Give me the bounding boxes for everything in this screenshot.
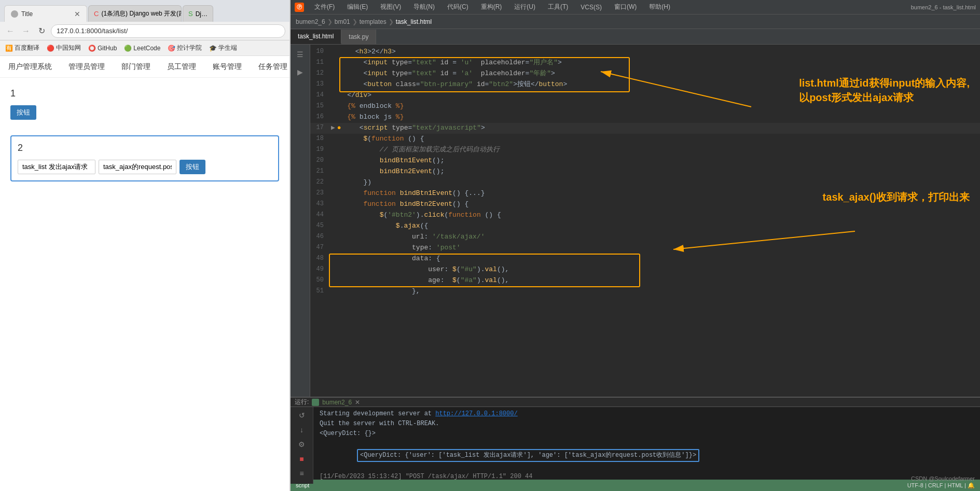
browser-nav: ← → ↻ xyxy=(0,22,289,40)
tab-django[interactable]: C (1条消息) Django web 开发(四… ✕ xyxy=(88,5,182,22)
tab-task-py[interactable]: task.py xyxy=(341,30,376,44)
tab-close-icon[interactable]: ✕ xyxy=(74,10,80,18)
section1-number: 1 xyxy=(10,88,279,99)
menu-help[interactable]: 帮助(H) xyxy=(647,2,672,12)
menu-tools[interactable]: 工具(T) xyxy=(546,2,570,12)
ide-tabs: task_list.html task.py xyxy=(291,29,980,45)
menu-vcs[interactable]: VCS(S) xyxy=(578,3,604,12)
code-line-23: 23 function bindBtn1Event() {...} xyxy=(310,188,980,199)
settings-icon[interactable]: ⚙ xyxy=(298,440,305,448)
list-icon[interactable]: ≡ xyxy=(299,469,303,478)
bookmark-cnki[interactable]: 🔴 中国知网 xyxy=(47,44,81,52)
menu-window[interactable]: 窗口(W) xyxy=(612,2,639,12)
bookmark-college-label: 控计学院 xyxy=(177,44,202,52)
expand-icon[interactable]: ▶ xyxy=(295,66,306,78)
download-icon[interactable]: ↓ xyxy=(300,426,303,434)
bookmark-translate[interactable]: 🈶 百度翻译 xyxy=(5,44,39,52)
menu-refactor[interactable]: 重构(R) xyxy=(479,2,504,12)
translate-icon: 🈶 xyxy=(5,45,12,52)
menu-run[interactable]: 运行(U) xyxy=(512,2,537,12)
code-line-43: 43 function bindBtn2Event() { xyxy=(310,199,980,210)
run-label-text: 运行: xyxy=(295,398,309,406)
refresh-icon[interactable]: ↺ xyxy=(299,411,305,419)
nav-employee-management[interactable]: 员工管理 xyxy=(159,56,204,78)
cnki-icon: 🔴 xyxy=(47,45,54,52)
bookmark-college[interactable]: 🎯 控计学院 xyxy=(168,44,202,52)
tab-label-py: task.py xyxy=(349,33,368,40)
bookmarks-bar: 🈶 百度翻译 🔴 中国知网 ⭕ GitHub 🟢 LeetCode 🎯 控计学院… xyxy=(0,40,289,56)
code-line-21: 21 bindBtn2Event(); xyxy=(310,166,980,177)
tab-task-list-html[interactable]: task_list.html xyxy=(291,30,341,44)
ide-panel: Ⓟ 文件(F) 编辑(E) 视图(V) 导航(N) 代码(C) 重构(R) 运行… xyxy=(291,0,980,491)
code-line-12: 12 <input type="text" id = 'a' placehold… xyxy=(310,68,980,79)
code-line-49: 49 user: $("#u").val(), xyxy=(310,264,980,275)
app-nav: 用户管理系统 管理员管理 部门管理 员工管理 账号管理 任务管理 xyxy=(0,56,289,78)
collapse-icon[interactable]: ☰ xyxy=(295,49,306,60)
run-icon xyxy=(312,399,319,406)
code-line-19: 19 // 页面框架加载完成之后代码自动执行 xyxy=(310,145,980,156)
code-editor[interactable]: 10 <h3>2</h3> 11 <input type="text" id =… xyxy=(310,45,980,397)
other-tabs: C (1条消息) Django web 开发(四… ✕ S Dj… xyxy=(88,5,213,22)
query-dict-highlight: <QueryDict: {'user': ['task_list 发出ajax请… xyxy=(357,449,699,462)
code-line-50: 50 age: $("#a").val(), xyxy=(310,275,980,286)
leetcode-icon: 🟢 xyxy=(124,45,131,52)
code-line-46: 46 url: '/task/ajax/' xyxy=(310,232,980,243)
bookmark-github-label: GitHub xyxy=(98,45,117,52)
code-line-20: 20 bindBtn1Event(); xyxy=(310,156,980,166)
section2-input-row: 按钮 xyxy=(18,160,272,174)
code-line-14: 14 </div> xyxy=(310,90,980,101)
code-line-13: 13 <button class="btn-primary" id="btn2"… xyxy=(310,79,980,90)
github-icon: ⭕ xyxy=(88,45,95,52)
terminal-timestamp: [11/Feb/2023 15:13:42] "POST /task/ajax/… xyxy=(320,472,975,482)
nav-dept-management[interactable]: 部门管理 xyxy=(113,56,159,78)
section1-button[interactable]: 按钮 xyxy=(10,105,36,120)
bookmark-leetcode[interactable]: 🟢 LeetCode xyxy=(124,45,160,52)
menu-navigate[interactable]: 导航(N) xyxy=(411,2,437,12)
menu-view[interactable]: 视图(V) xyxy=(378,2,403,12)
ide-menubar: Ⓟ 文件(F) 编辑(E) 视图(V) 导航(N) 代码(C) 重构(R) 运行… xyxy=(291,0,980,15)
nav-task-management[interactable]: 任务管理 xyxy=(250,56,296,78)
input-age[interactable] xyxy=(99,160,176,174)
tab-title[interactable]: Title ✕ xyxy=(4,5,87,22)
terminal-content: Starting development server at http://12… xyxy=(313,407,980,484)
ide-code-area[interactable]: 10 <h3>2</h3> 11 <input type="text" id =… xyxy=(310,45,980,397)
section2-button[interactable]: 按钮 xyxy=(180,160,205,174)
menu-code[interactable]: 代码(C) xyxy=(445,2,471,12)
breadcrumb-project[interactable]: bumen2_6 xyxy=(296,18,325,25)
forward-button[interactable]: → xyxy=(20,25,32,37)
breadcrumb-sep2: ❯ xyxy=(352,18,357,25)
stop-icon[interactable]: ■ xyxy=(299,455,303,463)
terminal-line-3: <QueryDict: {}> xyxy=(320,429,975,439)
terminal-run-close[interactable]: ✕ xyxy=(355,399,360,406)
breadcrumb-sep1: ❯ xyxy=(327,18,333,25)
ide-terminal: 运行: bumen2_6 ✕ ↺ ↓ ⚙ ■ ≡ Starting develo… xyxy=(291,397,980,480)
nav-admin-management[interactable]: 管理员管理 xyxy=(60,56,113,78)
tab-dj[interactable]: S Dj… xyxy=(183,5,213,22)
nav-account-management[interactable]: 账号管理 xyxy=(204,56,250,78)
bookmark-student-label: 学生端 xyxy=(218,44,237,52)
code-line-17: 17 ▶● <script type="text/javascript"> xyxy=(310,123,980,134)
browser-tabs: Title ✕ C (1条消息) Django web 开发(四… ✕ S Dj… xyxy=(0,0,289,22)
breadcrumb-templates[interactable]: templates xyxy=(360,18,387,25)
tab-django-icon: C xyxy=(94,10,99,18)
terminal-run-name: bumen2_6 xyxy=(322,399,352,406)
bookmark-github[interactable]: ⭕ GitHub xyxy=(88,45,117,52)
tab-favicon xyxy=(11,10,18,18)
bookmark-student[interactable]: 🎓 学生端 xyxy=(209,44,237,52)
breadcrumb-file[interactable]: task_list.html xyxy=(396,18,432,25)
reload-button[interactable]: ↻ xyxy=(35,25,48,37)
server-link[interactable]: http://127.0.0.1:8000/ xyxy=(435,410,517,417)
code-line-44: 44 $('#btn2').click(function () { xyxy=(310,210,980,221)
breadcrumb-app[interactable]: bm01 xyxy=(335,18,350,25)
tab-dj-label: Dj… xyxy=(196,10,208,18)
menu-edit[interactable]: 编辑(E) xyxy=(345,2,370,12)
nav-user-management[interactable]: 用户管理系统 xyxy=(0,56,60,78)
menu-file[interactable]: 文件(F) xyxy=(312,2,337,12)
ide-code-container: ☰ ▶ 10 <h3>2</h3> 11 <input type="text" … xyxy=(291,45,980,397)
terminal-tabs: 运行: bumen2_6 ✕ xyxy=(291,398,980,407)
address-bar[interactable] xyxy=(51,24,285,38)
back-button[interactable]: ← xyxy=(4,25,17,37)
input-user[interactable] xyxy=(18,160,95,174)
section2: 2 按钮 xyxy=(10,135,279,181)
csdn-footer: CSDN @Soulcodefarmer xyxy=(911,475,975,482)
